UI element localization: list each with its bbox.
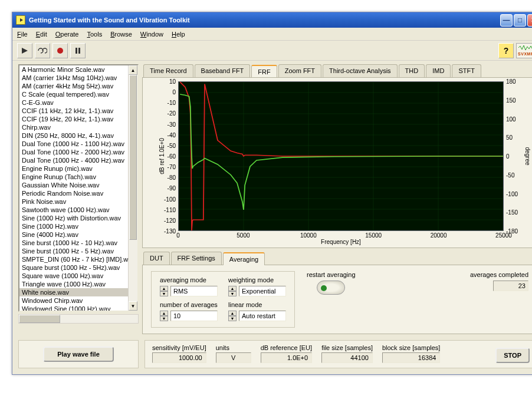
example-logo[interactable]: SVXMPL — [516, 43, 532, 58]
tab-third-octave-analysis[interactable]: Third-octave Analysis — [323, 64, 398, 77]
tab-dut[interactable]: DUT — [143, 252, 170, 265]
file-list-item[interactable]: CCIF (11 kHz, 12 kHz, 1-1).wav — [19, 107, 128, 115]
help-button[interactable]: ? — [498, 43, 514, 58]
linear-mode-value[interactable]: Auto restart — [239, 311, 286, 321]
y-axis-left-label: dB ref 1.0E+0 — [159, 138, 165, 174]
pause-button[interactable] — [70, 43, 86, 58]
menu-edit[interactable]: Edit — [36, 31, 47, 38]
y-tick-left: -10 — [168, 100, 176, 106]
window-title: Getting Started with the Sound and Vibra… — [29, 17, 190, 24]
units-label: units — [216, 344, 251, 351]
tab-stft[interactable]: STFT — [452, 64, 481, 77]
file-list-item[interactable]: Chirp.wav — [19, 123, 128, 131]
scroll-down-button[interactable]: ▼ — [129, 301, 137, 311]
file-list-item[interactable]: C Scale (equal tempered).wav — [19, 90, 128, 98]
sensitivity-value[interactable]: 1000.00 — [152, 352, 206, 363]
file-list-item[interactable]: CCIF (19 kHz, 20 kHz, 1-1).wav — [19, 115, 128, 123]
restart-averaging-switch[interactable] — [317, 281, 345, 295]
file-list-item[interactable]: Dual Tone (1000 Hz - 2000 Hz).wav — [19, 148, 128, 156]
menu-file[interactable]: File — [17, 31, 28, 38]
titlebar: Getting Started with the Sound and Vibra… — [12, 12, 532, 28]
scroll-thumb[interactable] — [129, 75, 137, 240]
file-list-item[interactable]: DIN (250 Hz, 8000 Hz, 4-1).wav — [19, 131, 128, 140]
file-list-item[interactable]: A Harmonic Minor Scale.wav — [19, 65, 128, 74]
y-tick-right: 180 — [506, 78, 516, 85]
abort-button[interactable] — [52, 43, 68, 58]
menu-tools[interactable]: Tools — [87, 31, 102, 38]
file-list-item[interactable]: Square burst (1000 Hz - 5Hz).wav — [19, 263, 128, 272]
y-tick-right: -50 — [506, 171, 514, 178]
averaging-mode-value[interactable]: RMS — [170, 286, 218, 296]
weighting-mode-label: weighting mode — [228, 276, 286, 283]
num-averages-value[interactable]: 10 — [170, 311, 218, 321]
y-axis-right-label: degree — [524, 147, 531, 165]
menu-operate[interactable]: Operate — [55, 31, 79, 38]
filesize-label: file size [samples] — [321, 344, 373, 351]
run-button[interactable] — [17, 43, 32, 58]
stop-button[interactable]: STOP — [495, 348, 530, 363]
file-list-item[interactable]: Periodic Random Noise.wav — [19, 189, 128, 197]
file-list-item[interactable]: Windowed Chirp.wav — [19, 296, 128, 305]
weighting-mode-value[interactable]: Exponential — [239, 286, 286, 296]
file-list-item[interactable]: Engine Runup (Tach).wav — [19, 173, 128, 181]
file-list-item[interactable]: Dual Tone (1000 Hz - 1100 Hz).wav — [19, 140, 128, 148]
play-wave-button[interactable]: Play wave file — [43, 347, 114, 362]
file-list-item[interactable]: Sine burst (1000 Hz - 10 Hz).wav — [19, 239, 128, 247]
menu-help[interactable]: Help — [172, 31, 185, 38]
file-list[interactable]: A Harmonic Minor Scale.wavAM (carrier 1k… — [18, 64, 139, 312]
y-tick-right: 50 — [506, 134, 513, 141]
scrollbar-vertical[interactable]: ▲ ▼ — [128, 65, 137, 311]
file-list-item[interactable]: Sawtooth wave (1000 Hz).wav — [19, 206, 128, 214]
units-value[interactable]: V — [216, 352, 251, 363]
tab-frf[interactable]: FRF — [251, 65, 277, 78]
chart-canvas[interactable] — [178, 81, 504, 231]
maximize-button[interactable]: □ — [514, 14, 526, 27]
minimize-button[interactable]: — — [500, 14, 513, 27]
file-list-item[interactable]: SMPTE_DIN (60 Hz - 7 kHz) [IMD].wav — [19, 255, 128, 263]
y-tick-left: -20 — [168, 110, 176, 117]
file-list-item[interactable]: Dual Tone (1000 Hz - 4000 Hz).wav — [19, 156, 128, 164]
file-list-item[interactable]: Pink Noise.wav — [19, 197, 128, 206]
file-list-item[interactable]: Sine (4000 Hz).wav — [19, 230, 128, 239]
close-button[interactable]: ✕ — [527, 14, 532, 27]
scroll-thumb-h[interactable] — [19, 315, 60, 323]
window: Getting Started with the Sound and Vibra… — [12, 12, 532, 375]
linear-mode-spin[interactable]: ▲▼ — [228, 311, 237, 321]
file-list-item[interactable]: Gaussian White Noise.wav — [19, 181, 128, 189]
file-list-item[interactable]: Sine (1000 Hz) with Distortion.wav — [19, 214, 128, 222]
averaging-mode-spin[interactable]: ▲▼ — [160, 286, 168, 296]
y-tick-left: -30 — [168, 121, 176, 127]
menu-window[interactable]: Window — [140, 31, 163, 38]
file-list-item[interactable]: Sine (1000 Hz).wav — [19, 222, 128, 230]
file-list-item[interactable]: Square wave (1000 Hz).wav — [19, 272, 128, 280]
blocksize-value[interactable]: 16384 — [382, 352, 440, 363]
dbref-value[interactable]: 1.0E+0 — [261, 352, 312, 363]
x-axis-label: Frequency [Hz] — [321, 239, 361, 245]
x-tick: 10000 — [300, 232, 317, 239]
file-list-item[interactable]: AM (carrier 4kHz Msg 5Hz).wav — [19, 82, 128, 90]
tab-imd[interactable]: IMD — [426, 64, 451, 77]
file-list-item[interactable]: C-E-G.wav — [19, 98, 128, 107]
tab-frf-settings[interactable]: FRF Settings — [171, 252, 222, 265]
num-averages-spin[interactable]: ▲▼ — [160, 311, 168, 321]
tab-time-record[interactable]: Time Record — [143, 64, 193, 77]
scrollbar-horizontal[interactable] — [18, 314, 139, 324]
tab-averaging[interactable]: Averaging — [223, 252, 265, 265]
linear-mode-label: linear mode — [228, 301, 286, 308]
file-list-item[interactable]: Engine Runup (mic).wav — [19, 164, 128, 173]
run-continuous-button[interactable] — [35, 43, 50, 58]
y-tick-left: -40 — [168, 131, 176, 138]
file-list-item[interactable]: White noise.wav — [19, 288, 128, 296]
menu-browse[interactable]: Browse — [110, 31, 132, 38]
averaging-mode-label: averaging mode — [160, 276, 218, 283]
file-list-item[interactable]: AM (carrier 1kHz Msg 10Hz).wav — [19, 74, 128, 82]
tab-zoom-fft[interactable]: Zoom FFT — [278, 64, 321, 77]
file-list-item[interactable]: Sine burst (1000 Hz - 5 Hz).wav — [19, 247, 128, 255]
file-list-item[interactable]: Triangle wave (1000 Hz).wav — [19, 280, 128, 288]
tab-baseband-fft[interactable]: Baseband FFT — [195, 64, 251, 77]
weighting-mode-spin[interactable]: ▲▼ — [228, 286, 237, 296]
x-tick: 20000 — [431, 232, 447, 239]
tab-thd[interactable]: THD — [399, 64, 425, 77]
scroll-up-button[interactable]: ▲ — [129, 65, 137, 75]
file-list-item[interactable]: Windowed Sine (1000 Hz).wav — [19, 305, 128, 311]
